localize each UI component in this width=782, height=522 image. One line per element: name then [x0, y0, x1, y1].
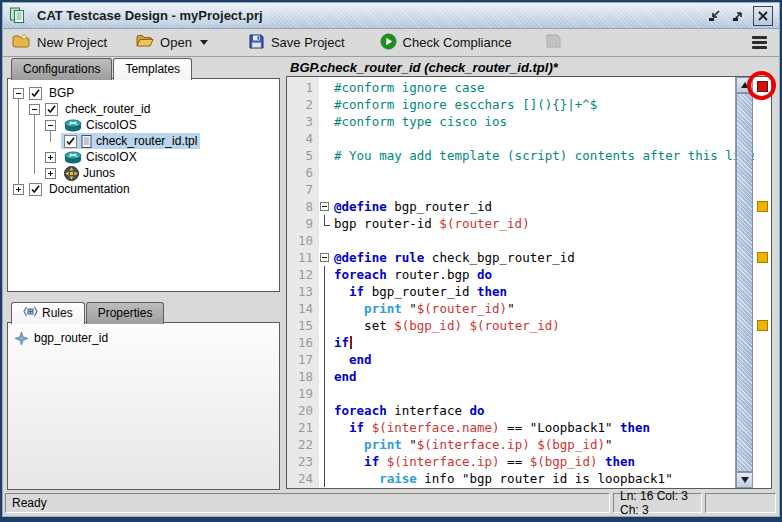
checkbox-icon[interactable]: [29, 87, 42, 100]
check-compliance-button[interactable]: Check Compliance: [380, 33, 512, 53]
report-icon-disabled: [544, 33, 562, 52]
code-line-21: 21 if $(interface.name) == "Loopback1" t…: [287, 419, 735, 436]
line-number: 16: [287, 334, 319, 351]
rules-tab-icon: [23, 306, 38, 320]
tree-item-ciscoiox[interactable]: CiscoIOX: [8, 149, 279, 165]
line-number: 5: [287, 147, 319, 164]
toolbar: New Project Open Save Project: [3, 29, 779, 57]
tree-item-check-router-id[interactable]: check_router_id: [8, 101, 279, 117]
code-line-17: 17 end: [287, 351, 735, 368]
code-line-5: 5# You may add template (script) content…: [287, 147, 735, 164]
tab-templates[interactable]: Templates: [113, 58, 192, 80]
code-line-18: 18end: [287, 368, 735, 385]
line-number: 10: [287, 232, 319, 249]
line-number: 7: [287, 181, 319, 198]
tree-item-ciscoios[interactable]: CiscoIOS: [8, 117, 279, 133]
tree-item-check-router-id-tpl[interactable]: check_router_id.tpl: [8, 133, 279, 149]
code-line-8: 8@define bgp_router_id: [287, 198, 735, 215]
fold-collapse-icon[interactable]: [319, 198, 334, 215]
code-line-12: 12foreach router.bgp do: [287, 266, 735, 283]
tree-item-junos[interactable]: Junos: [8, 165, 279, 181]
line-number: 14: [287, 300, 319, 317]
tab-rules[interactable]: Rules: [11, 302, 85, 324]
line-number: 9: [287, 215, 319, 232]
code-line-20: 20foreach interface do: [287, 402, 735, 419]
tab-properties[interactable]: Properties: [86, 302, 165, 324]
tree-item-label: check_router_id.tpl: [96, 134, 197, 148]
code-line-3: 3#conform type cisco ios: [287, 113, 735, 130]
line-number: 15: [287, 317, 319, 334]
code-line-6: 6: [287, 164, 735, 181]
code-editor[interactable]: 1#conform ignore case2#conform ignore es…: [286, 76, 772, 489]
code-line-7: 7: [287, 181, 735, 198]
close-icon[interactable]: [753, 6, 773, 26]
template-tree: BGPcheck_router_idCiscoIOScheck_router_i…: [7, 78, 280, 292]
scrollbar-thumb[interactable]: [736, 93, 753, 472]
tree-item-label: Documentation: [49, 182, 130, 196]
rules-list: bgp_router_id: [7, 322, 280, 490]
title-bar[interactable]: CAT Testcase Design - myProject.prj: [3, 3, 779, 29]
text-caret: [350, 336, 352, 349]
code-line-22: 22 print "$(interface.ip) $(bgp_id)": [287, 436, 735, 453]
save-project-button[interactable]: Save Project: [248, 33, 345, 53]
code-line-2: 2#conform ignore escchars [](){}|+^$: [287, 96, 735, 113]
new-project-button[interactable]: New Project: [12, 33, 107, 52]
rules-panel-tabs: Rules Properties: [11, 302, 165, 324]
left-panel-tabs: Configurations Templates: [11, 58, 193, 80]
status-message: Ready: [5, 493, 610, 513]
line-number: 4: [287, 130, 319, 147]
warning-marker-line-11[interactable]: [757, 252, 768, 263]
line-number: 21: [287, 419, 319, 436]
checkbox-icon[interactable]: [29, 183, 42, 196]
line-number: 1: [287, 79, 319, 96]
fold-collapse-icon[interactable]: [319, 249, 334, 266]
collapse-icon[interactable]: [45, 120, 56, 131]
save-floppy-icon: [248, 33, 265, 53]
code-line-1: 1#conform ignore case: [287, 79, 735, 96]
minimize-icon[interactable]: [705, 7, 723, 25]
open-button[interactable]: Open: [135, 33, 208, 52]
line-number: 18: [287, 368, 319, 385]
warning-marker-line-15[interactable]: [757, 320, 768, 331]
overview-ruler[interactable]: [754, 77, 771, 488]
expand-icon[interactable]: [13, 184, 24, 195]
line-number: 2: [287, 96, 319, 113]
line-number: 11: [287, 249, 319, 266]
line-number: 22: [287, 436, 319, 453]
code-line-4: 4: [287, 130, 735, 147]
save-project-label: Save Project: [271, 35, 345, 50]
checkbox-icon[interactable]: [64, 135, 77, 148]
warning-marker-line-8[interactable]: [757, 201, 768, 212]
tree-item-label: Junos: [83, 166, 115, 180]
hamburger-menu-icon[interactable]: [752, 36, 767, 49]
expand-icon[interactable]: [45, 168, 56, 179]
code-line-23: 23 if $(interface.ip) == $(bgp_id) then: [287, 453, 735, 470]
collapse-icon[interactable]: [29, 104, 40, 115]
annotation-circle: [747, 71, 776, 100]
line-number: 13: [287, 283, 319, 300]
editor-file-header: BGP.check_router_id (check_router_id.tpl…: [290, 60, 558, 75]
line-number: 12: [287, 266, 319, 283]
tree-item-label: BGP: [49, 86, 74, 100]
checkbox-icon[interactable]: [45, 103, 58, 116]
line-number: 6: [287, 164, 319, 181]
open-dropdown-caret-icon[interactable]: [200, 40, 208, 45]
line-number: 19: [287, 385, 319, 402]
line-number: 17: [287, 351, 319, 368]
open-folder-icon: [135, 33, 154, 52]
code-line-9: 9bgp router-id $(router_id): [287, 215, 735, 232]
rule-diamond-icon: [15, 332, 28, 345]
maximize-icon[interactable]: [729, 7, 747, 25]
tree-item-documentation[interactable]: Documentation: [8, 181, 279, 197]
scroll-down-icon[interactable]: [736, 472, 753, 488]
tree-item-bgp[interactable]: BGP: [8, 85, 279, 101]
code-line-19: 19: [287, 385, 735, 402]
router-icon: [64, 119, 82, 132]
rule-item-bgp_router_id[interactable]: bgp_router_id: [8, 329, 279, 347]
editor-vertical-scrollbar[interactable]: [735, 77, 753, 488]
tab-configurations[interactable]: Configurations: [11, 58, 112, 80]
expand-icon[interactable]: [45, 152, 56, 163]
window-title: CAT Testcase Design - myProject.prj: [37, 6, 271, 25]
open-label: Open: [160, 35, 192, 50]
collapse-icon[interactable]: [13, 88, 24, 99]
